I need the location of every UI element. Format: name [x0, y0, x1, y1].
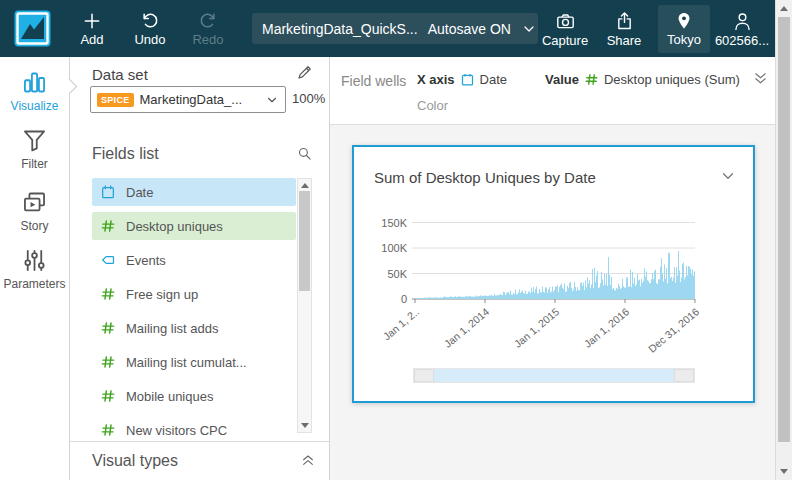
- svg-text:0: 0: [401, 293, 407, 305]
- svg-text:Jan 1, 2..: Jan 1, 2..: [380, 305, 421, 342]
- location-pin-icon: [674, 11, 694, 31]
- hash-icon: [100, 354, 116, 370]
- search-icon[interactable]: [296, 145, 313, 162]
- analysis-canvas: Field wells X axis Date Value Desktop un…: [330, 57, 775, 480]
- color-well[interactable]: Color: [417, 98, 448, 113]
- double-chevron-down-icon[interactable]: [752, 70, 769, 87]
- hash-icon: [100, 320, 116, 336]
- sidebar-item-visualize[interactable]: Visualize: [0, 69, 69, 113]
- field-item[interactable]: Desktop uniques: [92, 212, 296, 240]
- redo-icon: [198, 11, 218, 31]
- undo-button[interactable]: Undo: [124, 5, 176, 53]
- page-scrollbar[interactable]: [775, 0, 792, 480]
- scrollbar-thumb[interactable]: [778, 17, 790, 442]
- scroll-down-arrow-icon[interactable]: [301, 423, 309, 428]
- fields-list: DateDesktop uniquesEventsFree sign upMai…: [70, 178, 330, 440]
- tag-icon: [100, 252, 116, 268]
- svg-text:Jan 1, 2015: Jan 1, 2015: [512, 305, 562, 350]
- svg-text:50K: 50K: [387, 268, 407, 280]
- scrollbar-thumb[interactable]: [299, 191, 310, 291]
- range-slider-track[interactable]: [434, 369, 674, 382]
- scroll-up-arrow-icon[interactable]: [780, 6, 788, 11]
- autosave-status: Autosave ON: [428, 21, 511, 37]
- chevron-down-icon: [521, 21, 537, 37]
- x-axis-range-slider: [413, 368, 695, 383]
- dataset-fields-panel: Data set SPICE MarketingData_... 100% Fi…: [70, 57, 330, 480]
- bar-chart-icon: [21, 69, 48, 96]
- field-wells-bar: Field wells X axis Date Value Desktop un…: [330, 57, 775, 125]
- hash-icon: [100, 388, 116, 404]
- sliders-icon: [21, 247, 48, 274]
- field-item[interactable]: Mailing list cumulat...: [92, 348, 296, 376]
- sidebar-item-story[interactable]: Story: [0, 189, 69, 233]
- svg-text:150K: 150K: [381, 217, 407, 229]
- svg-text:Dec 31, 2016: Dec 31, 2016: [646, 305, 702, 354]
- person-icon: [732, 11, 753, 32]
- visual-menu-chevron-icon[interactable]: [719, 167, 737, 185]
- fields-list-title: Fields list: [92, 145, 159, 163]
- svg-text:100K: 100K: [381, 242, 407, 254]
- share-button[interactable]: Share: [600, 5, 648, 53]
- top-toolbar: Add Undo Redo MarketingData_QuickS... Au…: [0, 0, 775, 57]
- edit-dataset-pencil-icon[interactable]: [296, 63, 314, 81]
- sidebar-item-filter[interactable]: Filter: [0, 127, 69, 171]
- field-item[interactable]: Mobile uniques: [92, 382, 296, 410]
- region-selector[interactable]: Tokyo: [658, 5, 710, 53]
- field-item[interactable]: Date: [92, 178, 296, 206]
- visual-types-section-header[interactable]: Visual types: [70, 441, 329, 480]
- hash-icon: [100, 218, 116, 234]
- user-menu[interactable]: 602566...: [712, 5, 772, 53]
- dataset-dropdown[interactable]: SPICE MarketingData_...: [90, 86, 286, 113]
- svg-text:Jan 1, 2016: Jan 1, 2016: [582, 305, 632, 350]
- analysis-title: MarketingData_QuickS...: [262, 21, 418, 37]
- plus-icon: [82, 11, 102, 31]
- visual-card[interactable]: 150K100K50K0Jan 1, 2..Jan 1, 2014Jan 1, …: [352, 145, 755, 403]
- visual-types-title: Visual types: [92, 452, 178, 470]
- hash-icon: [100, 422, 116, 438]
- spice-badge: SPICE: [97, 93, 134, 107]
- svg-text:Jan 1, 2014: Jan 1, 2014: [442, 305, 492, 350]
- left-nav-rail: VisualizeFilterStoryParameters: [0, 57, 70, 480]
- spice-capacity-percent: 100%: [292, 91, 325, 106]
- value-well[interactable]: Value Desktop uniques (Sum): [545, 72, 740, 87]
- fields-scrollbar[interactable]: [297, 178, 312, 433]
- funnel-icon: [21, 127, 48, 154]
- hash-icon: [100, 286, 116, 302]
- double-chevron-up-icon[interactable]: [300, 452, 316, 468]
- undo-icon: [140, 11, 160, 31]
- field-item[interactable]: Events: [92, 246, 296, 274]
- field-item[interactable]: Mailing list adds: [92, 314, 296, 342]
- story-icon: [21, 189, 48, 216]
- range-slider-right-handle[interactable]: [674, 369, 694, 382]
- hash-icon: [584, 72, 599, 87]
- add-button[interactable]: Add: [68, 5, 116, 53]
- dataset-section-title: Data set: [92, 66, 148, 83]
- analysis-title-dropdown[interactable]: MarketingData_QuickS... Autosave ON: [252, 13, 538, 44]
- dataset-name: MarketingData_...: [140, 92, 259, 107]
- capture-button[interactable]: Capture: [538, 5, 592, 53]
- camera-icon: [555, 11, 576, 32]
- share-icon: [614, 11, 635, 32]
- chevron-down-icon: [265, 93, 279, 107]
- redo-button[interactable]: Redo: [182, 5, 234, 53]
- visual-title: Sum of Desktop Uniques by Date: [374, 169, 596, 186]
- calendar-icon: [460, 72, 475, 87]
- field-item[interactable]: Free sign up: [92, 280, 296, 308]
- x-axis-well[interactable]: X axis Date: [417, 72, 507, 87]
- field-wells-label: Field wells: [341, 73, 406, 89]
- sidebar-item-parameters[interactable]: Parameters: [0, 247, 69, 291]
- field-item[interactable]: New visitors CPC: [92, 416, 296, 440]
- quicksight-logo-icon[interactable]: [14, 10, 51, 47]
- calendar-icon: [100, 184, 116, 200]
- range-slider-left-handle[interactable]: [414, 369, 434, 382]
- scroll-up-arrow-icon[interactable]: [301, 183, 309, 188]
- scroll-down-arrow-icon[interactable]: [780, 469, 788, 474]
